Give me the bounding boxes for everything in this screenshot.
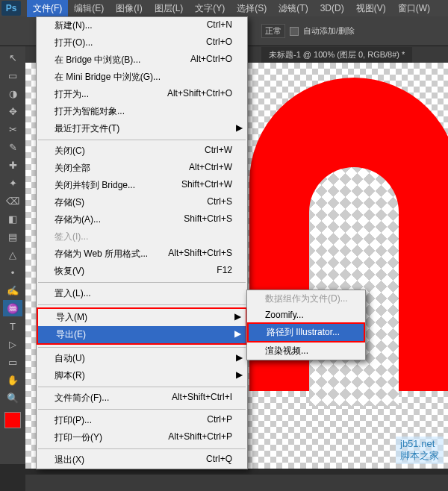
- menu-export[interactable]: 导出(E)▶: [38, 326, 246, 343]
- menu-browse-minibridge[interactable]: 在 Mini Bridge 中浏览(G)...: [37, 69, 247, 86]
- export-submenu: 数据组作为文件(D)... Zoomify... 路径到 Illustrator…: [246, 290, 366, 360]
- menu-layer[interactable]: 图层(L): [149, 0, 190, 17]
- menu-print[interactable]: 打印(P)...Ctrl+P: [37, 412, 247, 429]
- watermark-url: jb51.net: [400, 438, 439, 449]
- submenu-arrow-icon: ▶: [234, 328, 241, 339]
- menu-image[interactable]: 图像(I): [110, 0, 148, 17]
- file-menu-dropdown: 新建(N)...Ctrl+N 打开(O)...Ctrl+O 在 Bridge 中…: [36, 16, 248, 469]
- menu-separator: [38, 347, 246, 348]
- eraser-tool-icon[interactable]: ▤: [3, 228, 22, 245]
- foreground-color-swatch[interactable]: [4, 412, 21, 428]
- crop-tool-icon[interactable]: ✂: [3, 121, 22, 137]
- submenu-zoomify[interactable]: Zoomify...: [247, 307, 365, 322]
- menu-open-as[interactable]: 打开为...Alt+Shift+Ctrl+O: [37, 86, 247, 103]
- submenu-datasets: 数据组作为文件(D)...: [247, 290, 365, 307]
- submenu-arrow-icon: ▶: [236, 122, 243, 133]
- stamp-tool-icon[interactable]: ⌫: [3, 193, 22, 209]
- menu-save-web[interactable]: 存储为 Web 所用格式...Alt+Shift+Ctrl+S: [37, 246, 247, 263]
- pen-tool-icon[interactable]: ♒: [3, 300, 22, 316]
- menu-revert[interactable]: 恢复(V)F12: [37, 263, 247, 280]
- menu-filter[interactable]: 滤镜(T): [273, 0, 314, 17]
- watermark: jb51.net 脚本之家: [396, 437, 444, 464]
- menu-file[interactable]: 文件(F): [27, 0, 68, 17]
- type-tool-icon[interactable]: T: [3, 318, 22, 334]
- menu-select[interactable]: 选择(S): [231, 0, 273, 17]
- menu-close-all[interactable]: 关闭全部Alt+Ctrl+W: [37, 160, 247, 177]
- menu-recent[interactable]: 最近打开文件(T)▶: [37, 120, 247, 137]
- wand-tool-icon[interactable]: ✥: [3, 103, 22, 119]
- menu-3d[interactable]: 3D(D): [314, 1, 350, 16]
- app-logo-icon: Ps: [1, 1, 21, 16]
- brush-tool-icon[interactable]: ✦: [3, 175, 22, 191]
- toolbox: ↖ ▭ ◑ ✥ ✂ ✎ ✚ ✦ ⌫ ◧ ▤ △ • ✍ ♒ T ▷ ▭ ✋ 🔍: [0, 46, 25, 464]
- menu-import[interactable]: 导入(M)▶: [38, 309, 246, 326]
- watermark-name: 脚本之家: [400, 449, 439, 463]
- hand-tool-icon[interactable]: ✋: [3, 372, 22, 388]
- menu-print-one[interactable]: 打印一份(Y)Alt+Shift+Ctrl+P: [37, 429, 247, 446]
- menu-separator: [38, 387, 246, 387]
- menu-save-as[interactable]: 存储为(A)...Shift+Ctrl+S: [37, 211, 247, 228]
- menu-browse-bridge[interactable]: 在 Bridge 中浏览(B)...Alt+Ctrl+O: [37, 51, 247, 69]
- menu-place[interactable]: 置入(L)...: [37, 285, 247, 302]
- menu-separator: [38, 448, 246, 449]
- menu-separator: [38, 409, 246, 410]
- submenu-paths-illustrator[interactable]: 路径到 Illustrator...: [247, 322, 365, 343]
- menu-bar: Ps 文件(F) 编辑(E) 图像(I) 图层(L) 文字(Y) 选择(S) 滤…: [0, 0, 448, 16]
- submenu-arrow-icon: ▶: [236, 369, 243, 380]
- menu-separator: [38, 140, 246, 140]
- history-brush-tool-icon[interactable]: ◧: [3, 210, 22, 227]
- menu-open-smart[interactable]: 打开为智能对象...: [37, 103, 247, 120]
- menu-separator: [38, 282, 246, 283]
- menu-file-info[interactable]: 文件简介(F)...Alt+Shift+Ctrl+I: [37, 390, 247, 407]
- gradient-tool-icon[interactable]: △: [3, 246, 22, 263]
- menu-window[interactable]: 窗口(W): [392, 0, 436, 17]
- move-tool-icon[interactable]: ↖: [3, 49, 22, 66]
- submenu-arrow-icon: ▶: [234, 311, 241, 322]
- path-tool-icon[interactable]: ▷: [3, 336, 22, 352]
- menu-edit[interactable]: 编辑(E): [68, 0, 110, 17]
- menu-separator: [38, 304, 246, 305]
- menu-open[interactable]: 打开(O)...Ctrl+O: [37, 34, 247, 51]
- menu-exit[interactable]: 退出(X)Ctrl+Q: [37, 451, 247, 469]
- menu-checkin: 签入(I)...: [37, 228, 247, 246]
- dodge-tool-icon[interactable]: ✍: [3, 282, 22, 298]
- highlight-annotation: 导入(M)▶ 导出(E)▶: [37, 307, 247, 345]
- marquee-tool-icon[interactable]: ▭: [3, 67, 22, 84]
- zoom-tool-icon[interactable]: 🔍: [3, 390, 22, 406]
- blend-mode-select[interactable]: 正常: [261, 24, 285, 38]
- menu-save[interactable]: 存储(S)Ctrl+S: [37, 194, 247, 211]
- heal-tool-icon[interactable]: ✚: [3, 157, 22, 173]
- eyedropper-tool-icon[interactable]: ✎: [3, 139, 22, 155]
- menu-automate[interactable]: 自动(U)▶: [37, 350, 247, 367]
- submenu-render-video[interactable]: 渲染视频...: [247, 343, 365, 360]
- shape-tool-icon[interactable]: ▭: [3, 354, 22, 370]
- menu-scripts[interactable]: 脚本(R)▶: [37, 367, 247, 384]
- menu-type[interactable]: 文字(Y): [189, 0, 231, 17]
- lasso-tool-icon[interactable]: ◑: [3, 85, 22, 101]
- auto-add-label: 自动添加/删除: [303, 25, 355, 37]
- submenu-arrow-icon: ▶: [236, 352, 243, 363]
- menu-view[interactable]: 视图(V): [350, 0, 392, 17]
- menu-close[interactable]: 关闭(C)Ctrl+W: [37, 143, 247, 160]
- menu-close-bridge[interactable]: 关闭并转到 Bridge...Shift+Ctrl+W: [37, 177, 247, 194]
- blur-tool-icon[interactable]: •: [3, 264, 22, 281]
- status-bar: [25, 475, 448, 491]
- menu-new[interactable]: 新建(N)...Ctrl+N: [37, 17, 247, 34]
- document-tab[interactable]: 未标题-1 @ 100% (图层 0, RGB/8#) *: [261, 47, 412, 63]
- auto-add-checkbox[interactable]: [290, 27, 299, 36]
